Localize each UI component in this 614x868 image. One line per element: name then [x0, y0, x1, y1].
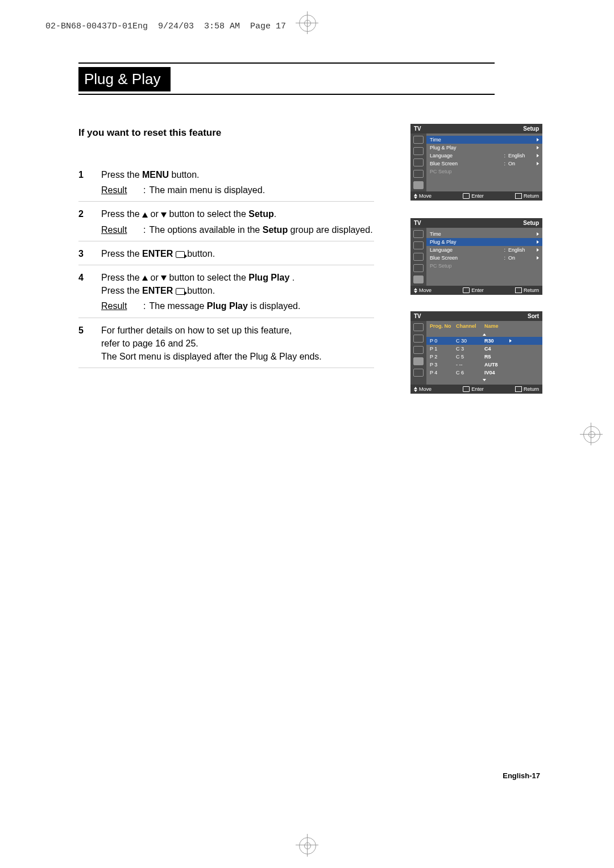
enter-icon [176, 288, 185, 295]
step-number: 1 [78, 168, 101, 197]
osd-side-icon [413, 147, 424, 155]
osd-side-icon [413, 346, 424, 354]
chevron-right-icon [537, 248, 539, 252]
up-arrow-icon [414, 194, 417, 196]
sort-header: Prog. No Channel Name [430, 323, 539, 331]
osd-enter: Enter [463, 193, 484, 199]
osd-side-icon [413, 264, 424, 272]
step-4: 4 Press the or button to select the Plug… [78, 271, 374, 313]
osd-header: TVSort [410, 311, 542, 321]
step-divider [78, 241, 374, 241]
osd-item-language: Language: English [430, 246, 539, 254]
osd-side-icon [413, 335, 424, 343]
osd-return: Return [515, 386, 539, 392]
down-arrow-icon [161, 276, 167, 281]
sort-row: P 1C 3C4 [430, 345, 539, 353]
result-label: Result [101, 183, 143, 197]
osd-side-icon [413, 369, 424, 377]
step-body: Press the or button to select the Setup.… [101, 207, 374, 236]
chevron-right-icon [537, 138, 539, 141]
result-row: Result: The options available in the Set… [101, 223, 374, 236]
sort-row: P 0C 30R30 [426, 337, 542, 345]
osd-side-icon [413, 241, 424, 249]
manual-page: 02-BN68-00437D-01Eng 9/24/03 3:58 AM Pag… [0, 0, 614, 868]
sort-row: P 4C 6IV04 [430, 369, 539, 377]
step-number: 4 [78, 271, 101, 313]
osd-footer: Move Enter Return [410, 286, 542, 295]
osd-item-time: Time [430, 230, 539, 238]
step-body: For further details on how to set up thi… [101, 324, 374, 364]
page-number: English-17 [503, 771, 540, 780]
crop-mark-right-v [591, 423, 591, 445]
osd-side-icon [413, 181, 424, 189]
chevron-right-icon [509, 339, 512, 343]
step-1: 1 Press the MENU button. Result: The mai… [78, 168, 374, 197]
result-text: The main menu is displayed. [149, 183, 374, 197]
osd-body: Prog. No Channel Name P 0C 30R30P 1C 3C4… [410, 321, 542, 385]
result-row: Result: The main menu is displayed. [101, 183, 374, 197]
down-arrow-icon [414, 390, 417, 392]
osd-side-icon [413, 170, 424, 178]
osd-body: Time Plug & Play Language: English Blue … [410, 133, 542, 191]
step-body: Press the or button to select the Plug P… [101, 271, 374, 313]
osd-header: TVSetup [410, 124, 542, 133]
osd-side-icon [413, 136, 424, 144]
down-arrow-icon [414, 291, 417, 293]
up-arrow-icon [414, 387, 417, 389]
sort-row: P 2C 5R5 [430, 353, 539, 361]
osd-move: Move [414, 287, 432, 293]
up-arrow-icon [414, 288, 417, 290]
osd-sidebar [410, 133, 426, 191]
section-heading: If you want to reset this feature [78, 127, 221, 139]
step-5: 5 For further details on how to set up t… [78, 324, 374, 364]
osd-item-pcsetup: PC Setup [430, 168, 539, 176]
osd-side-icon [413, 357, 424, 365]
osd-menu: Time Plug & Play Language: English Blue … [426, 228, 542, 286]
crop-mark-top-h [296, 23, 318, 23]
osd-side-icon [413, 158, 424, 166]
osd-side-icon [413, 276, 424, 283]
crop-mark-right [580, 434, 603, 435]
osd-setup-1: TVSetup Time Plug & Play Language: Engli… [410, 124, 542, 201]
osd-item-language: Language: English [430, 152, 539, 160]
osd-return: Return [515, 193, 539, 199]
step-number: 3 [78, 247, 101, 260]
osd-footer: Move Enter Return [410, 191, 542, 201]
osd-side-icon [413, 230, 424, 238]
osd-item-bluescreen: Blue Screen: On [430, 160, 539, 168]
enter-icon [463, 287, 470, 293]
step-body: Press the MENU button. Result: The main … [101, 168, 374, 197]
step-divider [78, 201, 374, 202]
chevron-right-icon [537, 146, 539, 149]
down-arrow-icon [483, 379, 486, 381]
osd-return: Return [515, 287, 539, 293]
up-arrow-icon [483, 333, 486, 336]
page-title: Plug & Play [78, 67, 171, 91]
osd-body: Time Plug & Play Language: English Blue … [410, 228, 542, 286]
osd-item-plugplay: Plug & Play [426, 238, 542, 246]
osd-enter: Enter [463, 287, 484, 293]
crop-mark-bottom [307, 834, 308, 857]
result-text: The message Plug Play is displayed. [149, 299, 374, 312]
result-label: Result [101, 223, 143, 236]
result-text: The options available in the Setup group… [149, 223, 374, 236]
step-divider [78, 318, 374, 318]
osd-item-time: Time [426, 136, 542, 144]
osd-enter: Enter [463, 386, 484, 392]
step-divider [78, 368, 374, 368]
result-label: Result [101, 299, 143, 312]
chevron-right-icon [537, 256, 539, 260]
osd-item-plugplay: Plug & Play [430, 144, 539, 152]
osd-menu: Time Plug & Play Language: English Blue … [426, 133, 542, 191]
down-arrow-icon [161, 212, 167, 218]
up-arrow-icon [142, 276, 148, 281]
print-header: 02-BN68-00437D-01Eng 9/24/03 3:58 AM Pag… [45, 22, 286, 31]
chevron-right-icon [537, 162, 539, 165]
osd-item-pcsetup: PC Setup [430, 262, 539, 270]
osd-sort: TVSort Prog. No Channel Name P 0C 30R30P… [410, 311, 542, 394]
step-3: 3 Press the ENTER button. [78, 247, 374, 260]
step-number: 5 [78, 324, 101, 364]
osd-side-icon [413, 253, 424, 261]
sort-up-indicator [430, 331, 539, 337]
up-arrow-icon [142, 212, 148, 218]
